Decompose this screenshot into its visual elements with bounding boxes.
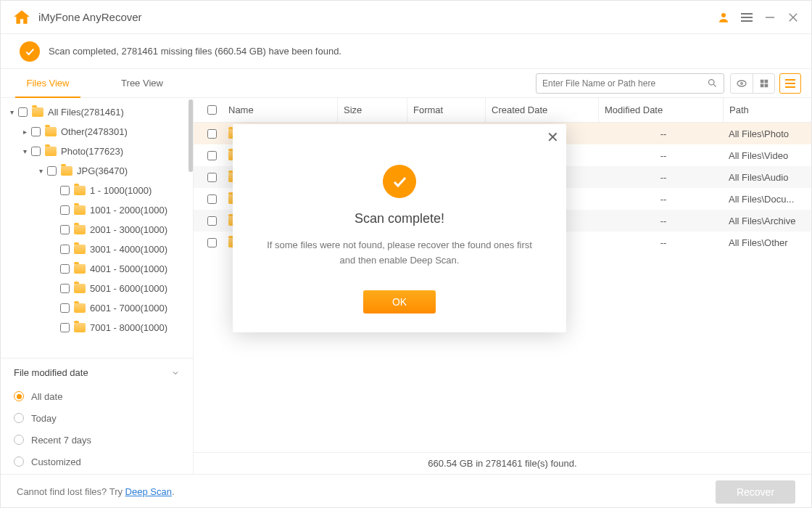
check-icon bbox=[383, 165, 416, 198]
dialog-close-icon[interactable]: ✕ bbox=[547, 128, 559, 146]
tree-checkbox[interactable] bbox=[60, 205, 70, 215]
svg-point-4 bbox=[709, 80, 715, 86]
filter-option[interactable]: Customized bbox=[14, 451, 180, 472]
table-header: Name Size Format Created Date Modified D… bbox=[194, 98, 811, 123]
home-icon[interactable] bbox=[12, 8, 31, 27]
tab-tree-view[interactable]: Tree View bbox=[95, 69, 189, 97]
col-modified[interactable]: Modified Date bbox=[598, 98, 723, 122]
app-title: iMyFone AnyRecover bbox=[38, 11, 717, 23]
filter-option[interactable]: Today bbox=[14, 407, 180, 429]
preview-icon[interactable] bbox=[731, 74, 753, 93]
tree-label: 3001 - 4000(1000) bbox=[90, 244, 167, 255]
tree-checkbox[interactable] bbox=[60, 303, 70, 313]
radio-icon[interactable] bbox=[14, 391, 24, 401]
tree-checkbox[interactable] bbox=[60, 225, 70, 234]
tree-node-other[interactable]: ▸ Other(2478301) bbox=[1, 122, 193, 142]
tree-checkbox[interactable] bbox=[60, 264, 70, 274]
tree-node-range[interactable]: 2001 - 3000(1000) bbox=[1, 220, 193, 239]
search-box[interactable] bbox=[536, 73, 724, 94]
tree-checkbox[interactable] bbox=[31, 127, 41, 136]
col-name[interactable]: Name bbox=[223, 98, 337, 122]
tree-node-range[interactable]: 3001 - 4000(1000) bbox=[1, 239, 193, 259]
tree-node-all-files[interactable]: ▾ All Files(2781461) bbox=[1, 102, 193, 122]
tree-label: Other(2478301) bbox=[61, 126, 128, 137]
search-input[interactable] bbox=[542, 78, 707, 89]
tree-node-range[interactable]: 5001 - 6000(1000) bbox=[1, 279, 193, 298]
tree-checkbox[interactable] bbox=[60, 186, 70, 195]
tree-node-range[interactable]: 1001 - 2000(1000) bbox=[1, 200, 193, 220]
radio-icon[interactable] bbox=[14, 456, 24, 467]
table-summary: 660.54 GB in 2781461 file(s) found. bbox=[194, 452, 811, 474]
tree-node-range[interactable]: 4001 - 5000(1000) bbox=[1, 259, 193, 279]
tree-node-range[interactable]: 6001 - 7000(1000) bbox=[1, 298, 193, 318]
tree-checkbox[interactable] bbox=[60, 284, 70, 293]
user-icon[interactable] bbox=[717, 11, 730, 24]
cell-modified: -- bbox=[598, 216, 723, 226]
tree-node-range[interactable]: 1 - 1000(1000) bbox=[1, 181, 193, 200]
tree-label: 5001 - 6000(1000) bbox=[90, 283, 167, 294]
minimize-icon[interactable] bbox=[763, 11, 776, 24]
chevron-down-icon[interactable]: ▾ bbox=[20, 147, 30, 155]
chevron-down-icon[interactable]: ▾ bbox=[36, 167, 46, 175]
tree-checkbox[interactable] bbox=[31, 147, 41, 156]
select-all-checkbox[interactable] bbox=[207, 105, 217, 115]
cell-path: All Files\Other bbox=[723, 237, 811, 248]
svg-line-5 bbox=[713, 84, 716, 86]
tree-checkbox[interactable] bbox=[47, 166, 57, 176]
svg-rect-11 bbox=[764, 83, 768, 87]
row-checkbox[interactable] bbox=[207, 216, 217, 226]
tree-label: 6001 - 7000(1000) bbox=[90, 303, 167, 314]
cell-path: All Files\Archive bbox=[723, 216, 811, 226]
svg-rect-9 bbox=[764, 79, 768, 83]
row-checkbox[interactable] bbox=[207, 129, 217, 139]
row-checkbox[interactable] bbox=[207, 238, 217, 247]
tree-label: All Files(2781461) bbox=[48, 107, 124, 118]
tree-checkbox[interactable] bbox=[60, 323, 70, 332]
col-path[interactable]: Path bbox=[723, 98, 811, 122]
tree-node-jpg[interactable]: ▾ JPG(36470) bbox=[1, 161, 193, 181]
tree-label: 2001 - 3000(1000) bbox=[90, 224, 167, 235]
chevron-right-icon[interactable]: ▸ bbox=[20, 128, 30, 136]
sidebar: ▾ All Files(2781461) ▸ Other(2478301) ▾ … bbox=[1, 98, 194, 474]
close-icon[interactable] bbox=[787, 11, 800, 24]
tab-files-view[interactable]: Files View bbox=[1, 69, 95, 97]
dialog-message: If some files were not found, please rec… bbox=[233, 238, 566, 269]
tree-label: 1001 - 2000(1000) bbox=[90, 205, 167, 216]
tree-label: 4001 - 5000(1000) bbox=[90, 263, 167, 274]
radio-icon[interactable] bbox=[14, 413, 24, 423]
tree-checkbox[interactable] bbox=[60, 245, 70, 254]
svg-point-7 bbox=[741, 82, 743, 84]
title-bar: iMyFone AnyRecover bbox=[1, 1, 811, 34]
tree-node-range[interactable]: 7001 - 8000(1000) bbox=[1, 318, 193, 337]
grid-view-icon[interactable] bbox=[753, 74, 774, 93]
menu-icon[interactable] bbox=[740, 11, 753, 24]
row-checkbox[interactable] bbox=[207, 173, 217, 182]
chevron-down-icon[interactable]: ▾ bbox=[7, 108, 17, 116]
col-size[interactable]: Size bbox=[337, 98, 407, 122]
deep-scan-link[interactable]: Deep Scan bbox=[125, 486, 172, 497]
footer: Cannot find lost files? Try Deep Scan. R… bbox=[1, 474, 811, 508]
list-view-icon[interactable] bbox=[779, 73, 801, 94]
recover-button[interactable]: Recover bbox=[716, 480, 795, 504]
folder-icon bbox=[74, 186, 86, 195]
col-created[interactable]: Created Date bbox=[485, 98, 598, 122]
search-icon[interactable] bbox=[707, 78, 718, 89]
cell-modified: -- bbox=[598, 237, 723, 248]
svg-point-0 bbox=[721, 13, 726, 17]
ok-button[interactable]: OK bbox=[363, 290, 436, 314]
filter-option-label: Today bbox=[31, 413, 57, 424]
filter-option-label: Recent 7 days bbox=[31, 435, 91, 446]
status-text: Scan completed, 2781461 missing files (6… bbox=[49, 46, 341, 57]
tree-checkbox[interactable] bbox=[18, 107, 28, 117]
tree-node-photo[interactable]: ▾ Photo(177623) bbox=[1, 142, 193, 161]
filter-option[interactable]: All date bbox=[14, 385, 180, 407]
file-tree: ▾ All Files(2781461) ▸ Other(2478301) ▾ … bbox=[1, 98, 193, 358]
radio-icon[interactable] bbox=[14, 435, 24, 445]
row-checkbox[interactable] bbox=[207, 194, 217, 204]
cell-path: All Files\Photo bbox=[723, 128, 811, 139]
col-format[interactable]: Format bbox=[407, 98, 485, 122]
filter-header[interactable]: File modified date bbox=[14, 367, 180, 378]
tree-scrollbar[interactable] bbox=[188, 99, 193, 172]
row-checkbox[interactable] bbox=[207, 151, 217, 160]
filter-option[interactable]: Recent 7 days bbox=[14, 429, 180, 451]
